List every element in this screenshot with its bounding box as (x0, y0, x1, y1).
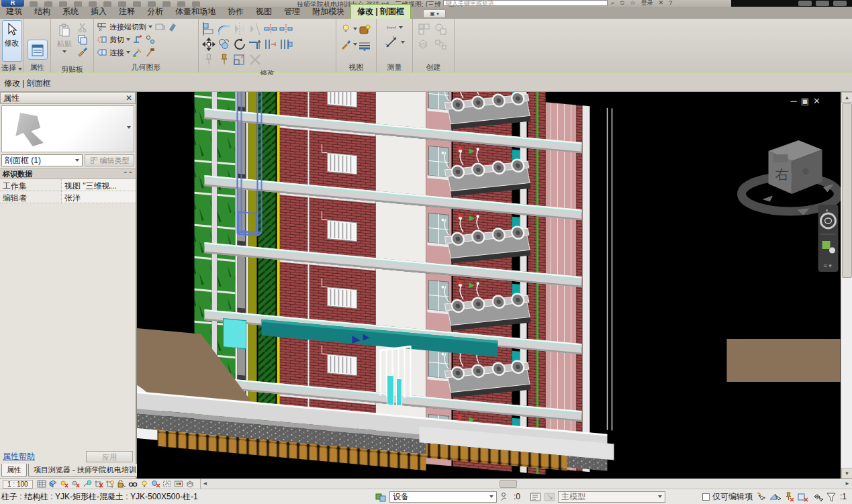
pin-icon[interactable] (217, 52, 232, 67)
scale-icon[interactable] (232, 52, 247, 67)
view-minimize-icon[interactable]: ─ (791, 96, 801, 106)
drag-on-selection-icon[interactable] (812, 492, 823, 502)
tab-view[interactable]: 视图 (250, 5, 278, 19)
hammer-icon[interactable] (145, 47, 156, 58)
properties-help-link[interactable]: 属性帮助 (3, 451, 35, 462)
visual-style-icon[interactable] (48, 480, 58, 488)
tab-addins[interactable]: 附加模块 (306, 5, 350, 19)
hidden-elements-button[interactable] (340, 23, 357, 35)
minimize-button[interactable] (798, 1, 812, 6)
help-icon[interactable]: ? (669, 0, 672, 6)
workset-value[interactable]: 视图 "三维视... (62, 179, 136, 191)
demolish-icon[interactable] (167, 21, 178, 32)
view-window-controls[interactable]: ─▣✕ (791, 96, 824, 106)
view-scale-button[interactable]: 1 : 100 (3, 480, 33, 489)
navbar-more-icon[interactable]: ≡ ▾ (824, 262, 833, 269)
show-crop-region-icon[interactable] (105, 480, 115, 488)
modify-tool-button[interactable]: 修改 (2, 20, 22, 62)
vertical-scroll-thumb[interactable] (842, 103, 852, 278)
match-type-brush-icon[interactable] (77, 46, 88, 57)
mirror-axis-icon[interactable] (248, 21, 263, 36)
align-icon[interactable] (201, 21, 216, 36)
scroll-up-icon[interactable]: ▲ (841, 92, 852, 103)
collapse-icon[interactable]: ⌃⌃ (123, 170, 133, 177)
create-assembly-icon[interactable] (417, 38, 432, 52)
cut-icon[interactable] (77, 22, 88, 33)
create-group-icon[interactable] (417, 22, 432, 37)
design-options-icon[interactable] (530, 492, 541, 502)
offset-icon[interactable] (217, 21, 232, 36)
drawing-area-3d-view[interactable]: 右 ⊕ ▴ ≡ ▾ ─▣✕ (137, 92, 841, 478)
panel-select-label[interactable]: 选择 (0, 63, 23, 72)
editing-requests-icon[interactable] (500, 492, 511, 502)
copy-element-icon[interactable] (217, 37, 232, 52)
exchange-icon[interactable]: ✕ (659, 0, 664, 6)
tab-modify-section-box[interactable]: 修改 | 剖面框 (350, 4, 411, 19)
aligned-dimension-button[interactable] (384, 36, 405, 48)
window-controls[interactable] (731, 0, 852, 7)
panel-clipboard-label[interactable]: 剪贴板 (51, 64, 93, 74)
tab-systems[interactable]: 系统 (56, 5, 85, 19)
edit-type-button[interactable]: 编辑类型 (85, 154, 134, 166)
unpin-icon[interactable] (201, 52, 216, 67)
navigation-bar[interactable]: ▴ ≡ ▾ (818, 205, 839, 272)
panel-geometry-label[interactable]: 几何图形 (94, 62, 198, 72)
displace-elements-icon[interactable] (185, 480, 195, 488)
join-options-icon[interactable] (145, 34, 156, 45)
scroll-right-icon[interactable]: ► (845, 481, 850, 487)
rotate-icon[interactable] (232, 37, 247, 52)
analytical-model-off-icon[interactable] (151, 480, 160, 488)
editable-only-checkbox[interactable] (702, 493, 710, 501)
beam-joins-icon[interactable] (132, 47, 143, 58)
help-star-icon[interactable]: ☆ (630, 0, 636, 6)
ribbon-display-toggle[interactable]: ▣ ▾ (423, 9, 446, 18)
align-dim-icon[interactable] (263, 37, 278, 52)
shadows-off-icon[interactable] (71, 480, 81, 488)
scroll-left-icon[interactable]: ◄ (203, 481, 208, 487)
graphic-display-button[interactable] (340, 38, 357, 50)
active-workset-combo[interactable]: 设备 (389, 491, 497, 503)
copy-icon[interactable] (77, 34, 88, 45)
signin-label[interactable]: 登录 (641, 0, 653, 6)
split-element-icon[interactable] (263, 21, 278, 36)
tab-properties-palette[interactable]: 属性 (1, 464, 27, 477)
scroll-down-icon[interactable]: ▼ (841, 468, 852, 478)
cut-geometry-button[interactable]: 剪切 (97, 34, 156, 46)
thin-lines-toggle-icon[interactable] (357, 38, 372, 53)
tab-manage[interactable]: 管理 (278, 5, 306, 19)
type-selector-combo[interactable]: 剖面框 (1) (1, 154, 83, 166)
delete-icon[interactable] (248, 52, 263, 67)
select-pinned-off-icon[interactable] (784, 492, 795, 502)
glass-panel-cyan[interactable] (224, 319, 246, 349)
maximize-button[interactable] (816, 1, 829, 6)
close-button[interactable] (833, 1, 847, 6)
select-by-face-off-icon[interactable] (798, 492, 809, 502)
design-option-combo[interactable]: 主模型 (558, 491, 665, 503)
horizontal-scroll-thumb[interactable] (500, 480, 517, 488)
render-icon[interactable] (357, 23, 372, 38)
select-underlay-icon[interactable] (769, 492, 781, 502)
identity-data-group[interactable]: 标识数据⌃⌃ (0, 168, 136, 179)
apply-coping-icon[interactable] (132, 34, 143, 45)
subscription-icon[interactable]: ✩ (620, 0, 625, 6)
select-links-icon[interactable] (755, 492, 767, 502)
render-dialog-icon[interactable] (83, 480, 92, 488)
panel-properties-label[interactable]: 属性 (24, 62, 50, 72)
tab-analyze[interactable]: 分析 (141, 5, 169, 19)
tab-structure[interactable]: 结构 (28, 5, 56, 19)
view-restore-icon[interactable]: ▣ (801, 96, 813, 106)
sun-path-off-icon[interactable] (60, 480, 69, 488)
chevron-down-icon[interactable] (127, 126, 131, 129)
create-similar-icon[interactable] (434, 22, 448, 37)
tab-architecture[interactable]: 建筑 (0, 5, 28, 19)
tab-project-browser[interactable]: 项目浏览器 - 技师学院机电培训... (28, 464, 148, 477)
worksets-icon[interactable] (375, 492, 387, 502)
paste-button[interactable]: 粘贴 (54, 21, 75, 62)
viewcube-face-label[interactable]: 右 (775, 167, 789, 182)
tab-insert[interactable]: 插入 (85, 5, 113, 19)
unlock-view-icon[interactable] (117, 480, 126, 488)
navbar-collapse-icon[interactable]: ▴ (826, 207, 829, 213)
edited-by-value[interactable]: 张洋 (62, 191, 136, 203)
highlight-displacement-icon[interactable] (162, 480, 172, 488)
panel-create-label[interactable]: 创建 (413, 62, 454, 72)
